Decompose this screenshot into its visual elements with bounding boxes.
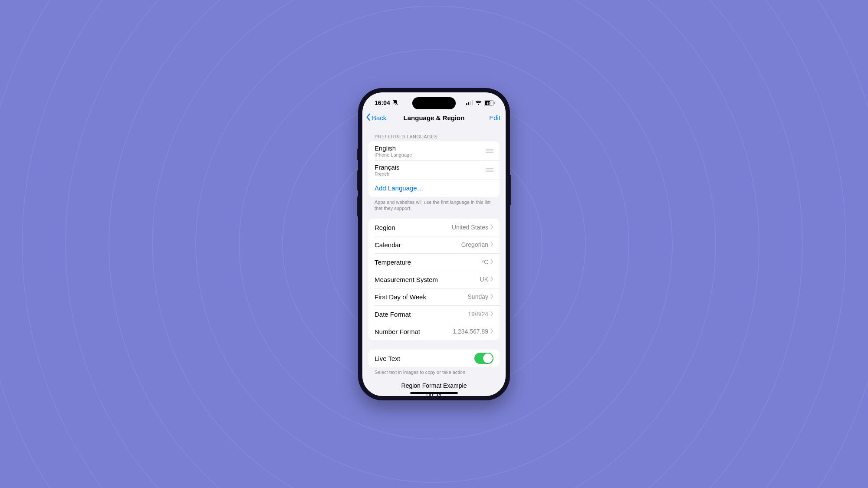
battery-icon: 61	[484, 100, 495, 106]
calendar-row[interactable]: Calendar Gregorian	[368, 236, 500, 253]
example-title: Region Format Example	[368, 382, 500, 390]
live-text-footer: Select text in images to copy or take ac…	[362, 367, 506, 377]
volume-down-button	[357, 197, 358, 216]
chevron-right-icon	[490, 328, 493, 335]
back-label: Back	[372, 114, 386, 121]
setting-label: Measurement System	[375, 276, 480, 283]
language-name: English	[375, 144, 486, 152]
region-row[interactable]: Region United States	[368, 219, 500, 236]
page-title: Language & Region	[404, 114, 465, 121]
status-time: 16:04	[375, 99, 390, 106]
add-language-label: Add Language…	[375, 184, 493, 192]
region-settings-group: Region United States Calendar Gregorian …	[368, 219, 500, 340]
chevron-right-icon	[490, 275, 493, 283]
language-name: Français	[375, 164, 486, 171]
add-language-row[interactable]: Add Language…	[368, 180, 500, 197]
content-scroll[interactable]: PREFERRED LANGUAGES English iPhone Langu…	[362, 126, 506, 396]
live-text-row: Live Text	[368, 350, 500, 367]
language-row-english[interactable]: English iPhone Language	[368, 141, 500, 160]
measurement-row[interactable]: Measurement System UK	[368, 271, 500, 288]
chevron-right-icon	[490, 258, 493, 266]
phone-frame: 16:04 61	[358, 88, 510, 400]
chevron-left-icon	[366, 113, 371, 122]
languages-header: PREFERRED LANGUAGES	[362, 126, 506, 141]
setting-label: Region	[375, 224, 452, 231]
reorder-handle-icon[interactable]	[486, 147, 493, 155]
setting-label: First Day of Week	[375, 293, 468, 301]
setting-value: Sunday	[468, 293, 488, 300]
language-row-french[interactable]: Français French	[368, 160, 500, 180]
setting-label: Calendar	[375, 241, 461, 249]
setting-label: Temperature	[375, 259, 481, 266]
date-format-row[interactable]: Date Format 19/8/24	[368, 305, 500, 323]
svg-rect-2	[468, 102, 469, 105]
phone-screen: 16:04 61	[362, 92, 506, 396]
live-text-group: Live Text	[368, 350, 500, 367]
chevron-right-icon	[490, 293, 493, 301]
chevron-right-icon	[490, 310, 493, 318]
languages-group: English iPhone Language Français French	[368, 141, 500, 197]
svg-rect-7	[494, 102, 495, 104]
wifi-icon	[475, 99, 482, 106]
live-text-toggle[interactable]	[474, 353, 493, 364]
silent-switch	[357, 149, 358, 160]
back-button[interactable]: Back	[366, 113, 386, 122]
svg-rect-3	[470, 102, 471, 105]
setting-value: UK	[480, 276, 488, 283]
svg-text:61: 61	[487, 101, 491, 105]
svg-rect-1	[466, 103, 467, 105]
chevron-right-icon	[490, 223, 493, 231]
svg-rect-4	[472, 100, 473, 105]
reorder-handle-icon[interactable]	[486, 166, 493, 174]
setting-value: 19/8/24	[468, 311, 488, 318]
languages-footer: Apps and websites will use the first lan…	[362, 197, 506, 214]
temperature-row[interactable]: Temperature °C	[368, 253, 500, 271]
dynamic-island	[412, 97, 456, 109]
bell-slash-icon	[392, 99, 398, 107]
setting-label: Live Text	[375, 355, 474, 362]
setting-value: °C	[481, 259, 488, 265]
setting-value: 1,234,567.89	[453, 328, 488, 335]
volume-up-button	[357, 170, 358, 190]
edit-button[interactable]: Edit	[489, 114, 500, 121]
setting-label: Number Format	[375, 328, 453, 335]
navigation-bar: Back Language & Region Edit	[362, 110, 506, 126]
home-indicator[interactable]	[410, 392, 458, 394]
chevron-right-icon	[490, 241, 493, 249]
language-sub: iPhone Language	[375, 152, 486, 157]
setting-value: United States	[452, 224, 488, 231]
cellular-signal-icon	[466, 99, 473, 106]
setting-label: Date Format	[375, 311, 468, 318]
side-button	[510, 175, 511, 205]
first-day-row[interactable]: First Day of Week Sunday	[368, 288, 500, 305]
number-format-row[interactable]: Number Format 1,234,567.89	[368, 323, 500, 340]
language-sub: French	[375, 171, 486, 177]
setting-value: Gregorian	[461, 241, 488, 248]
